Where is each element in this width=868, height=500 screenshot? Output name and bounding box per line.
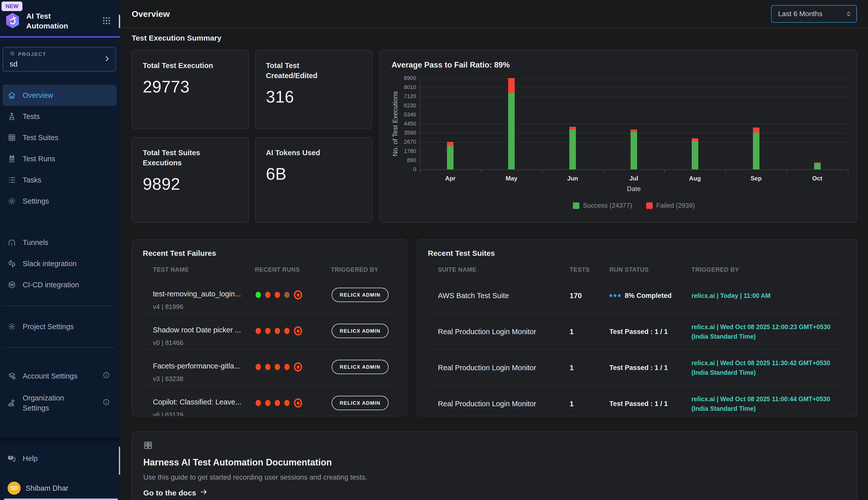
- failure-row[interactable]: Copilot: Classified: Leave...v6 | 63129R…: [143, 386, 396, 416]
- bar-failed-jul[interactable]: [631, 129, 637, 132]
- run-status-current-failed-icon: [294, 290, 302, 300]
- run-status-failed-icon: [256, 400, 261, 406]
- sidebar-item-label: Tests: [23, 112, 40, 121]
- legend-item-failed-2939[interactable]: Failed (2939): [646, 202, 695, 209]
- bar-failed-apr[interactable]: [447, 142, 454, 146]
- stat-card-total-test-suites-executions: Total Test Suites Executions 9892: [132, 137, 249, 223]
- sidebar-item-label: Organization Settings: [23, 393, 91, 413]
- app-launcher-icon[interactable]: [102, 16, 112, 27]
- bar-success-aug[interactable]: [692, 141, 698, 169]
- stat-label: Total Test Suites Executions: [143, 148, 227, 168]
- y-tick-label: 7120: [389, 93, 416, 100]
- run-status-failed-icon: [256, 328, 261, 334]
- triggered-by-button[interactable]: RELICX ADMIN: [332, 396, 389, 410]
- suite-row[interactable]: Real Production Login Monitor1Test Passe…: [428, 314, 846, 350]
- failures-title: Recent Test Failures: [143, 249, 216, 258]
- project-selector[interactable]: PROJECT sd: [2, 47, 116, 71]
- docs-link[interactable]: Go to the docs: [143, 488, 846, 498]
- sidebar-item-slack-integration[interactable]: Slack integration: [2, 253, 117, 274]
- tasks-icon: [8, 176, 16, 184]
- sidebar-item-tasks[interactable]: Tasks: [2, 169, 117, 191]
- failure-row[interactable]: test-removing_auto_login...v4 | 81996REL…: [143, 278, 396, 314]
- info-icon[interactable]: [103, 372, 110, 381]
- suite-row[interactable]: Real Production Login Monitor1Test Passe…: [428, 350, 846, 386]
- x-axis-tick: [420, 169, 420, 172]
- triggered-by-button[interactable]: RELICX ADMIN: [332, 288, 389, 302]
- sidebar-item-help[interactable]: ? Help: [2, 448, 117, 469]
- date-range-value: Last 6 Months: [778, 10, 822, 18]
- date-range-select[interactable]: Last 6 Months: [771, 5, 857, 23]
- sidebar-item-ci-cd-integration[interactable]: CI-CD integration: [2, 274, 117, 295]
- suite-triggered-by: relicx.ai | Wed Oct 08 2025 11:30:42 GMT…: [691, 358, 830, 377]
- bar-success-jul[interactable]: [631, 132, 637, 169]
- legend-swatch: [573, 202, 579, 209]
- y-tick-label: 1780: [389, 148, 416, 155]
- y-tick-label: 0: [389, 166, 416, 173]
- bar-failed-aug[interactable]: [692, 138, 698, 141]
- app-logo-icon: [4, 12, 21, 30]
- sidebar-item-test-runs[interactable]: Test Runs: [2, 148, 117, 169]
- triggered-by-button[interactable]: RELICX ADMIN: [332, 360, 389, 374]
- bar-failed-may[interactable]: [508, 78, 515, 93]
- suite-run-status: 8% Completed: [609, 292, 672, 299]
- sidebar-item-label: Account Settings: [23, 372, 78, 380]
- x-axis-tick: [848, 169, 848, 172]
- failure-row[interactable]: Shadow root Date picker ...v0 | 81466REL…: [143, 314, 396, 350]
- x-axis-tick: [726, 169, 726, 172]
- y-tick-label: 8900: [389, 75, 416, 81]
- chart-x-axis-label: Date: [627, 185, 641, 193]
- bar-success-oct[interactable]: [814, 163, 821, 169]
- test-name: Copilot: Classified: Leave...: [153, 398, 241, 406]
- chart-gridline: [420, 115, 848, 115]
- x-axis-tick: [664, 169, 665, 172]
- y-tick-label: 8010: [389, 84, 416, 90]
- bar-success-jun[interactable]: [570, 129, 576, 169]
- triggered-by-button[interactable]: RELICX ADMIN: [332, 324, 389, 338]
- sidebar-item-overview[interactable]: Overview: [2, 85, 117, 106]
- sidebar-item-settings[interactable]: Settings: [2, 191, 117, 212]
- tunnel-icon: [8, 238, 16, 247]
- suite-run-status: Test Passed : 1 / 1: [609, 364, 668, 372]
- legend-item-success-24377[interactable]: Success (24377): [573, 202, 632, 209]
- bar-failed-jun[interactable]: [570, 127, 576, 129]
- sidebar-item-project-settings[interactable]: Project Settings: [2, 316, 117, 337]
- gear-icon: [8, 197, 16, 205]
- sidebar-item-tests[interactable]: Tests: [2, 106, 117, 127]
- sidebar-item-label: Help: [23, 454, 38, 463]
- sidebar-item-tunnels[interactable]: Tunnels: [2, 232, 117, 253]
- chart-gridline: [420, 96, 848, 97]
- chart-gridline: [420, 78, 848, 79]
- run-status-current-failed-icon: [294, 398, 302, 408]
- section-title: Test Execution Summary: [132, 34, 221, 42]
- sidebar-item-organization-settings[interactable]: Organization Settings: [2, 389, 117, 417]
- bar-failed-sep[interactable]: [753, 127, 760, 132]
- sidebar-horizontal-scrollbar[interactable]: [4, 499, 118, 500]
- test-version-id: v0 | 81466: [153, 339, 183, 347]
- sidebar-item-label: Project Settings: [23, 322, 74, 331]
- select-chevrons-icon: [845, 10, 852, 18]
- suite-name: Real Production Login Monitor: [438, 327, 536, 336]
- bar-success-apr[interactable]: [447, 146, 454, 169]
- chart-legend: Success (24377)Failed (2939): [573, 202, 695, 209]
- bar-success-sep[interactable]: [753, 133, 760, 169]
- run-status-failed-icon: [284, 400, 290, 406]
- suite-row[interactable]: Real Production Login Monitor1Test Passe…: [428, 386, 846, 416]
- sidebar-item-label: Slack integration: [23, 260, 77, 268]
- sidebar-item-label: Test Runs: [23, 155, 55, 163]
- failure-row[interactable]: Facets-performance-gitla...v3 | 63238REL…: [143, 350, 396, 386]
- x-tick-label: May: [506, 175, 517, 182]
- slack-icon: [8, 259, 16, 268]
- sidebar-item-account-settings[interactable]: Account Settings: [2, 365, 117, 387]
- x-axis-tick: [603, 169, 604, 172]
- bar-failed-oct[interactable]: [814, 162, 821, 163]
- sidebar-item-label: Tunnels: [23, 238, 48, 247]
- bar-success-may[interactable]: [508, 93, 515, 169]
- cicd-icon: [8, 281, 16, 289]
- project-value: sd: [10, 60, 116, 68]
- y-tick-label: 2670: [389, 139, 416, 145]
- user-menu[interactable]: SD Shibam Dhar: [8, 481, 68, 495]
- suite-triggered-by: relicx.ai | Wed Oct 08 2025 12:00:23 GMT…: [691, 322, 831, 341]
- info-icon[interactable]: [103, 398, 110, 408]
- sidebar-item-test-suites[interactable]: Test Suites: [2, 127, 117, 148]
- suite-row[interactable]: AWS Batch Test Suite1708% Completedrelic…: [428, 278, 846, 314]
